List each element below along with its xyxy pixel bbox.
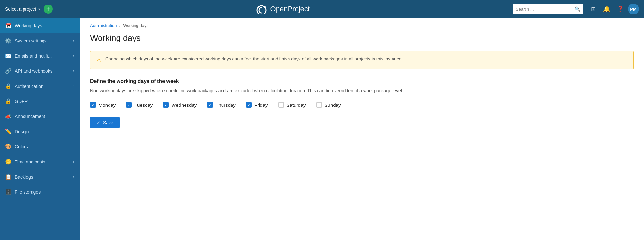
sidebar-item-label: File storages	[15, 189, 74, 195]
thursday-label: Thursday	[215, 102, 236, 108]
saturday-label: Saturday	[287, 102, 306, 108]
save-label: Save	[103, 120, 113, 125]
svg-point-0	[264, 6, 266, 8]
sidebar-item-label: Backlogs	[15, 174, 70, 180]
day-sunday[interactable]: Sunday	[316, 102, 341, 108]
search-icon: 🔍	[575, 6, 580, 12]
sidebar-item-file-storages[interactable]: 🗄️ File storages	[0, 184, 80, 199]
email-icon: ✉️	[5, 53, 12, 59]
thursday-checkbox[interactable]: ✓	[207, 102, 213, 108]
sidebar-item-label: GDPR	[15, 99, 74, 104]
file-storages-icon: 🗄️	[5, 189, 12, 195]
chevron-right-icon: ›	[73, 160, 74, 164]
sidebar-item-time-costs[interactable]: 🪙 Time and costs ›	[0, 154, 80, 169]
main-layout: 📅 Working days ⚙️ System settings › ✉️ E…	[0, 18, 644, 240]
sidebar-item-label: API and webhooks	[15, 69, 70, 74]
sidebar-item-label: Authentication	[15, 84, 70, 89]
tuesday-label: Tuesday	[134, 102, 153, 108]
page-content: Working days ⚠ Changing which days of th…	[80, 31, 644, 139]
save-button[interactable]: ✓ Save	[90, 117, 120, 128]
openproject-logo-icon	[256, 5, 267, 14]
sidebar-item-label: Announcement	[15, 114, 74, 119]
day-saturday[interactable]: Saturday	[278, 102, 306, 108]
sidebar-item-backlogs[interactable]: 📋 Backlogs ›	[0, 169, 80, 184]
sidebar-item-working-days[interactable]: 📅 Working days	[0, 18, 80, 33]
add-project-button[interactable]: +	[44, 5, 53, 14]
breadcrumb-current: Working days	[123, 23, 148, 28]
sidebar-item-label: Emails and notifi...	[15, 53, 70, 59]
gear-icon: ⚙️	[5, 38, 12, 44]
chevron-down-icon: ▾	[38, 7, 40, 11]
sidebar: 📅 Working days ⚙️ System settings › ✉️ E…	[0, 18, 80, 240]
sidebar-item-announcement[interactable]: 📣 Announcement	[0, 109, 80, 124]
day-tuesday[interactable]: ✓ Tuesday	[126, 102, 153, 108]
api-icon: 🔗	[5, 68, 12, 74]
sidebar-item-api-webhooks[interactable]: 🔗 API and webhooks ›	[0, 63, 80, 78]
warning-icon: ⚠	[96, 56, 101, 65]
design-icon: ✏️	[5, 128, 12, 134]
breadcrumb-separator: ›	[119, 23, 120, 28]
check-icon: ✓	[97, 120, 100, 125]
search-box: 🔍	[513, 4, 583, 14]
project-selector[interactable]: Select a project ▾	[5, 6, 40, 12]
sidebar-item-gdpr[interactable]: 🔒 GDPR	[0, 94, 80, 109]
project-selector-label: Select a project	[5, 6, 36, 12]
sidebar-item-label: Colors	[15, 144, 74, 149]
section-description: Non-working days are skipped when schedu…	[90, 88, 634, 94]
main-content: Administration › Working days Working da…	[80, 18, 644, 240]
day-friday[interactable]: ✓ Friday	[246, 102, 268, 108]
lock-icon: 🔒	[5, 83, 12, 89]
chevron-right-icon: ›	[73, 69, 74, 73]
logo-area: OpenProject	[57, 5, 509, 14]
grid-icon-button[interactable]: ⊞	[587, 3, 599, 15]
nav-icons: ⊞ 🔔 ❓ PM	[587, 3, 639, 15]
search-input[interactable]	[516, 7, 573, 12]
friday-label: Friday	[254, 102, 268, 108]
sunday-label: Sunday	[325, 102, 341, 108]
breadcrumb-parent-link[interactable]: Administration	[90, 23, 117, 28]
sidebar-item-label: Design	[15, 129, 74, 134]
logo-text: OpenProject	[270, 5, 310, 13]
wednesday-label: Wednesday	[171, 102, 197, 108]
page-title: Working days	[90, 33, 634, 43]
monday-label: Monday	[99, 102, 116, 108]
sunday-checkbox[interactable]	[316, 102, 322, 108]
day-wednesday[interactable]: ✓ Wednesday	[163, 102, 197, 108]
monday-checkbox[interactable]: ✓	[90, 102, 96, 108]
breadcrumb: Administration › Working days	[80, 18, 644, 31]
chevron-right-icon: ›	[73, 39, 74, 43]
tuesday-checkbox[interactable]: ✓	[126, 102, 132, 108]
bell-icon-button[interactable]: 🔔	[601, 3, 612, 15]
calendar-icon: 📅	[5, 23, 12, 29]
sidebar-item-emails-notif[interactable]: ✉️ Emails and notifi... ›	[0, 48, 80, 63]
chevron-right-icon: ›	[73, 175, 74, 179]
days-row: ✓ Monday ✓ Tuesday ✓ Wednesday ✓ Thursda…	[90, 102, 634, 108]
day-monday[interactable]: ✓ Monday	[90, 102, 116, 108]
warning-text: Changing which days of the week are cons…	[105, 56, 402, 62]
friday-checkbox[interactable]: ✓	[246, 102, 252, 108]
chevron-right-icon: ›	[73, 84, 74, 88]
chevron-right-icon: ›	[73, 54, 74, 58]
sidebar-item-authentication[interactable]: 🔒 Authentication ›	[0, 78, 80, 94]
sidebar-item-design[interactable]: ✏️ Design	[0, 124, 80, 139]
time-costs-icon: 🪙	[5, 159, 12, 165]
sidebar-item-label: Working days	[15, 23, 74, 28]
announcement-icon: 📣	[5, 113, 12, 119]
saturday-checkbox[interactable]	[278, 102, 284, 108]
top-navigation: Select a project ▾ + OpenProject 🔍 ⊞ 🔔 ❓…	[0, 0, 644, 18]
gdpr-icon: 🔒	[5, 98, 12, 104]
wednesday-checkbox[interactable]: ✓	[163, 102, 169, 108]
warning-banner: ⚠ Changing which days of the week are co…	[90, 51, 634, 69]
sidebar-item-colors[interactable]: 🎨 Colors	[0, 139, 80, 154]
sidebar-item-system-settings[interactable]: ⚙️ System settings ›	[0, 33, 80, 48]
sidebar-item-label: Time and costs	[15, 159, 70, 164]
day-thursday[interactable]: ✓ Thursday	[207, 102, 236, 108]
sidebar-item-label: System settings	[15, 38, 70, 43]
backlogs-icon: 📋	[5, 174, 12, 180]
help-icon-button[interactable]: ❓	[614, 3, 626, 15]
colors-icon: 🎨	[5, 143, 12, 150]
avatar[interactable]: PM	[628, 4, 639, 14]
section-title: Define the working days of the week	[90, 78, 634, 84]
